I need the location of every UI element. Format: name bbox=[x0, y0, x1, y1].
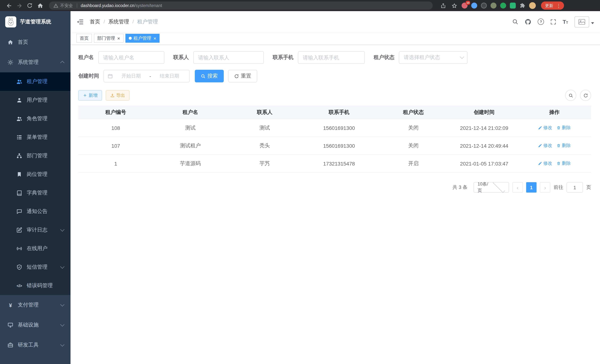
update-button[interactable]: 更新 ⋮ bbox=[541, 1, 564, 10]
field-create-time: 创建时间 开始日期 - 结束日期 bbox=[78, 70, 190, 82]
sidebar-item-label: 部门管理 bbox=[27, 152, 47, 159]
extension-icon[interactable]: 10 bbox=[462, 3, 468, 9]
user-menu[interactable] bbox=[574, 16, 594, 27]
sidebar-item[interactable]: 审计日志 bbox=[0, 221, 71, 239]
pencil-icon bbox=[538, 144, 542, 148]
field-label: 租户名 bbox=[78, 54, 94, 61]
breadcrumb-item[interactable]: 首页 bbox=[90, 18, 108, 25]
cell-phone: 15601691300 bbox=[302, 119, 376, 137]
back-icon[interactable] bbox=[4, 0, 14, 11]
bookmark-star-icon[interactable] bbox=[450, 0, 458, 11]
sidebar-item[interactable]: 字典管理 bbox=[0, 184, 71, 202]
chevron-down-icon bbox=[60, 227, 65, 232]
font-size-icon[interactable]: TT bbox=[563, 19, 568, 25]
sidebar-item-label: 错误码管理 bbox=[27, 282, 53, 289]
export-button[interactable]: 导出 bbox=[106, 90, 130, 101]
home-icon bbox=[7, 39, 13, 45]
cell-status: 开启 bbox=[376, 155, 451, 172]
sidebar-item[interactable]: 菜单管理 bbox=[0, 128, 71, 147]
site-security[interactable]: 不安全 bbox=[53, 3, 73, 8]
cell-contact: 秃头 bbox=[227, 137, 302, 154]
extension-icon[interactable] bbox=[510, 3, 516, 9]
sidebar-item[interactable]: 通知公告 bbox=[0, 202, 71, 221]
sidebar-item[interactable]: 首页 bbox=[0, 32, 71, 52]
sidebar-item-label: 短信管理 bbox=[27, 264, 47, 271]
topbar: 首页系统管理租户管理 ? TT bbox=[71, 11, 600, 32]
close-icon[interactable]: × bbox=[153, 36, 156, 41]
field-label: 联系手机 bbox=[273, 54, 293, 61]
delete-link[interactable]: 删除 bbox=[557, 160, 571, 167]
sidebar-item-label: 支付管理 bbox=[18, 302, 38, 308]
search-icon bbox=[201, 74, 206, 78]
app: 芋道管理系统 首页 系统管理 bbox=[0, 11, 600, 364]
sidebar-item-label: 岗位管理 bbox=[27, 171, 47, 178]
field-label: 租户状态 bbox=[374, 54, 394, 61]
delete-link[interactable]: 删除 bbox=[557, 125, 571, 131]
delete-link[interactable]: 删除 bbox=[557, 142, 571, 149]
phone-input[interactable] bbox=[298, 51, 365, 64]
sidebar-item-label: 字典管理 bbox=[27, 190, 47, 196]
sidebar-item[interactable]: 部门管理 bbox=[0, 147, 71, 165]
table-body: 108 测试 测试 15601691300 关闭 2021-12-14 21:0… bbox=[78, 119, 591, 173]
help-icon[interactable]: ? bbox=[538, 19, 544, 25]
sidebar-item[interactable]: 岗位管理 bbox=[0, 165, 71, 184]
status-select[interactable]: 请选择租户状态 bbox=[399, 51, 468, 64]
tab[interactable]: 首页 bbox=[76, 34, 92, 43]
sidebar-item[interactable]: 基础设施 bbox=[0, 315, 71, 335]
show-search-icon[interactable] bbox=[565, 90, 576, 101]
refresh-icon[interactable] bbox=[580, 90, 591, 101]
goto-page-input[interactable] bbox=[567, 182, 583, 193]
trash-icon bbox=[557, 126, 561, 130]
search-button[interactable]: 搜索 bbox=[195, 70, 224, 82]
forward-icon[interactable] bbox=[14, 0, 25, 11]
sms-icon bbox=[16, 264, 22, 270]
plus-icon bbox=[83, 93, 87, 98]
sidebar-item[interactable]: </> 错误码管理 bbox=[0, 276, 71, 295]
extensions-puzzle-icon[interactable] bbox=[519, 3, 525, 9]
reload-icon[interactable] bbox=[25, 0, 35, 11]
tab[interactable]: 部门管理 × bbox=[94, 34, 123, 43]
sidebar-item[interactable]: 系统管理 bbox=[0, 52, 71, 72]
tabs-bar: 首页 部门管理 × 租户管理 × bbox=[71, 32, 600, 45]
fullscreen-icon[interactable] bbox=[551, 19, 556, 25]
menu-fold-icon[interactable] bbox=[76, 18, 84, 25]
profile-avatar[interactable] bbox=[529, 2, 536, 9]
field-tenant-name: 租户名 bbox=[78, 51, 164, 64]
sidebar-item[interactable]: 用户管理 bbox=[0, 91, 71, 110]
close-icon[interactable]: × bbox=[117, 36, 120, 41]
extension-icon[interactable] bbox=[481, 3, 487, 9]
reset-button[interactable]: 重置 bbox=[228, 70, 257, 82]
breadcrumb-item[interactable]: 系统管理 bbox=[108, 18, 137, 25]
prev-page-button[interactable]: ‹ bbox=[512, 182, 523, 193]
contact-input[interactable] bbox=[193, 51, 264, 64]
edit-link[interactable]: 修改 bbox=[538, 160, 552, 167]
url-bar[interactable]: 不安全 dashboard.yudao.iocoder.cn/system/te… bbox=[49, 1, 433, 10]
tab[interactable]: 租户管理 × bbox=[125, 34, 159, 43]
tenant-name-input[interactable] bbox=[98, 51, 164, 64]
sidebar-item[interactable]: 角色管理 bbox=[0, 110, 71, 128]
page-size-select[interactable]: 10条/页 bbox=[473, 182, 509, 193]
github-icon[interactable] bbox=[525, 18, 532, 25]
sidebar-item[interactable]: ¥ 支付管理 bbox=[0, 295, 71, 315]
edit-link[interactable]: 修改 bbox=[538, 125, 552, 131]
extension-icon[interactable] bbox=[490, 3, 497, 9]
home-icon[interactable] bbox=[35, 0, 45, 11]
sidebar-item[interactable]: 在线用户 bbox=[0, 239, 71, 258]
sidebar-item[interactable]: 研发工具 bbox=[0, 335, 71, 355]
add-button[interactable]: 新增 bbox=[78, 90, 102, 101]
sidebar-item[interactable]: 短信管理 bbox=[0, 258, 71, 276]
extension-icon[interactable] bbox=[500, 3, 506, 9]
next-page-button[interactable]: › bbox=[540, 182, 550, 193]
edit-link[interactable]: 修改 bbox=[538, 142, 552, 149]
date-range-picker[interactable]: 开始日期 - 结束日期 bbox=[103, 70, 190, 82]
sidebar-item-label: 角色管理 bbox=[27, 115, 47, 122]
share-icon[interactable] bbox=[439, 0, 447, 11]
sidebar-item[interactable]: 租户管理 bbox=[0, 72, 71, 91]
search-icon[interactable] bbox=[512, 19, 519, 25]
breadcrumb-item[interactable]: 租户管理 bbox=[137, 18, 158, 25]
browser-menu-icon[interactable]: ⋮ bbox=[555, 3, 562, 8]
logo[interactable]: 芋道管理系统 bbox=[0, 11, 71, 32]
table-row: 107 测试租户 秃头 15601691300 关闭 2021-12-14 20… bbox=[78, 137, 591, 155]
extension-icon[interactable] bbox=[471, 3, 477, 9]
page-1-button[interactable]: 1 bbox=[526, 182, 536, 193]
